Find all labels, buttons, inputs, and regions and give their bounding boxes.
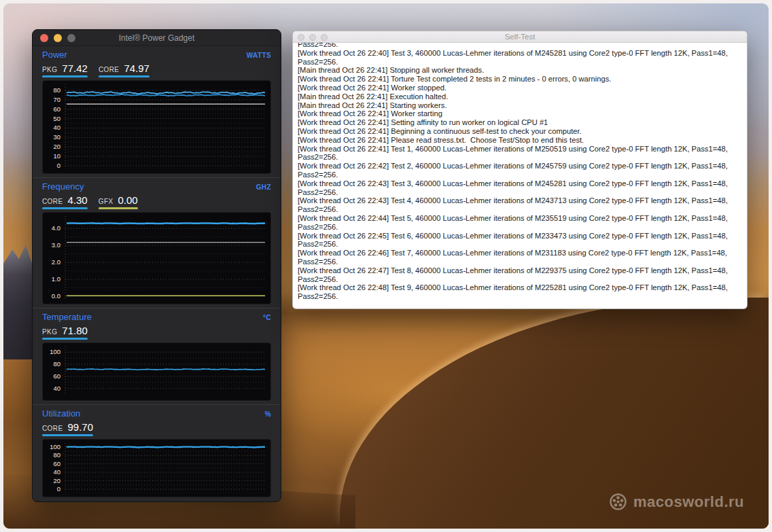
- zoom-button-disabled: [67, 34, 75, 42]
- power-gadget-titlebar[interactable]: Intel® Power Gadget: [33, 30, 281, 46]
- window-title: Self-Test: [505, 33, 536, 41]
- self-test-log[interactable]: Pass2=256.[Work thread Oct 26 22:40] Tes…: [293, 43, 747, 308]
- log-line: [Work thread Oct 26 22:48] Test 9, 46000…: [298, 283, 742, 292]
- section-frequency-label: Frequency: [42, 181, 84, 192]
- close-button[interactable]: [40, 34, 48, 42]
- log-line: [Work thread Oct 26 22:40] Test 3, 46000…: [298, 49, 742, 58]
- frequency-chart: 4.03.02.01.00.0: [42, 212, 271, 304]
- log-line: Pass2=256.: [298, 258, 742, 266]
- svg-text:40: 40: [53, 384, 60, 391]
- svg-text:0: 0: [57, 485, 60, 493]
- log-line: Pass2=256.: [298, 188, 742, 197]
- metric-value: 99.70: [68, 421, 94, 433]
- close-button-inactive[interactable]: [298, 34, 304, 41]
- svg-text:50: 50: [53, 115, 60, 122]
- log-line: [Work thread Oct 26 22:41] Please read s…: [298, 136, 742, 145]
- log-line: [Work thread Oct 26 22:41] Setting affin…: [298, 118, 742, 127]
- zoom-button-inactive[interactable]: [321, 34, 328, 41]
- minimize-button[interactable]: [54, 34, 62, 42]
- watermark: macosworld.ru: [609, 493, 744, 511]
- section-utilization: Utilization % CORE 99.70 100806040200: [33, 404, 281, 501]
- svg-text:70: 70: [53, 96, 60, 103]
- log-line: Pass2=256.: [298, 275, 742, 284]
- metric-underline: [42, 207, 88, 209]
- metric-label: CORE: [42, 425, 63, 432]
- svg-text:60: 60: [53, 105, 60, 113]
- metric-value: 4.30: [68, 194, 88, 206]
- section-temperature-unit: °C: [263, 314, 271, 321]
- section-power-unit: WATTS: [247, 52, 271, 59]
- chart-canvas: 100806040200: [43, 440, 270, 497]
- window-title: Intel® Power Gadget: [119, 33, 195, 43]
- log-line: [Work thread Oct 26 22:44] Test 5, 46000…: [298, 214, 742, 223]
- log-line: [Work thread Oct 26 22:41] Beginning a c…: [298, 127, 742, 136]
- self-test-titlebar[interactable]: Self-Test: [293, 31, 747, 43]
- svg-text:80: 80: [53, 451, 60, 459]
- log-line: Pass2=256.: [298, 171, 742, 179]
- log-line: [Work thread Oct 26 22:46] Test 7, 46000…: [298, 249, 742, 258]
- chart-canvas: 4.03.02.01.00.0: [43, 213, 270, 304]
- log-line: [Work thread Oct 26 22:43] Test 3, 46000…: [298, 179, 742, 188]
- log-line: [Work thread Oct 26 22:41] Torture Test …: [298, 75, 742, 84]
- section-utilization-unit: %: [265, 410, 271, 418]
- metric-label: GFX: [99, 198, 113, 205]
- log-line: [Work thread Oct 26 22:42] Test 2, 46000…: [298, 162, 742, 171]
- svg-text:0.0: 0.0: [52, 292, 60, 300]
- metric-core-utilization: CORE 99.70: [42, 421, 93, 436]
- metric-value: 0.00: [118, 194, 137, 206]
- section-utilization-label: Utilization: [42, 408, 80, 419]
- metric-core-power: CORE 74.97: [99, 63, 150, 77]
- film-reel-icon: [609, 493, 627, 511]
- log-line: [Main thread Oct 26 22:41] Starting work…: [298, 101, 742, 110]
- svg-text:30: 30: [53, 133, 60, 141]
- svg-text:80: 80: [53, 360, 60, 368]
- svg-text:0: 0: [57, 162, 60, 169]
- metric-underline: [42, 338, 88, 340]
- log-line: Pass2=256.: [298, 240, 742, 249]
- section-frequency-unit: GHZ: [256, 183, 271, 191]
- metric-label: PKG: [42, 328, 57, 336]
- self-test-window: Self-Test Pass2=256.[Work thread Oct 26 …: [292, 31, 748, 309]
- metric-label: PKG: [42, 66, 57, 73]
- metric-pkg-power: PKG 77.42: [42, 63, 88, 77]
- svg-text:20: 20: [53, 143, 60, 150]
- metric-value: 77.42: [62, 63, 88, 74]
- svg-text:100: 100: [50, 348, 60, 355]
- log-line: [Main thread Oct 26 22:41] Execution hal…: [298, 92, 742, 101]
- log-line: [Work thread Oct 26 22:45] Test 6, 46000…: [298, 232, 742, 241]
- log-line: [Work thread Oct 26 22:47] Test 8, 46000…: [298, 266, 742, 275]
- svg-text:4.0: 4.0: [52, 224, 60, 232]
- svg-text:60: 60: [53, 460, 60, 467]
- metric-gfx-frequency: GFX 0.00: [99, 194, 138, 209]
- log-line: [Work thread Oct 26 22:43] Test 4, 46000…: [298, 196, 742, 205]
- metric-core-frequency: CORE 4.30: [42, 194, 88, 209]
- chart-canvas: 100806040: [43, 343, 270, 400]
- log-line: Pass2=256.: [298, 43, 742, 49]
- log-line: [Work thread Oct 26 22:41] Test 1, 46000…: [298, 145, 742, 154]
- temperature-chart: 100806040: [42, 342, 271, 401]
- svg-text:1.0: 1.0: [52, 275, 60, 283]
- svg-text:80: 80: [53, 86, 60, 94]
- svg-text:3.0: 3.0: [52, 241, 60, 249]
- metric-underline: [99, 207, 138, 209]
- traffic-lights: [40, 34, 75, 42]
- desktop-wallpaper: macosworld.ru Intel® Power Gadget Power …: [3, 3, 769, 529]
- metric-label: CORE: [99, 66, 120, 73]
- metric-label: CORE: [42, 198, 63, 205]
- svg-text:100: 100: [50, 443, 60, 450]
- minimize-button-inactive[interactable]: [309, 34, 316, 41]
- metric-underline: [42, 75, 88, 77]
- section-temperature: Temperature °C PKG 71.80 100806040: [33, 308, 281, 405]
- power-gadget-window: Intel® Power Gadget Power WATTS PKG 77.4…: [32, 29, 281, 502]
- log-line: [Main thread Oct 26 22:41] Stopping all …: [298, 66, 742, 75]
- svg-text:40: 40: [53, 124, 60, 131]
- svg-text:20: 20: [53, 477, 60, 484]
- log-line: Pass2=256.: [298, 205, 742, 214]
- section-power: Power WATTS PKG 77.42 CORE 74.9: [33, 46, 281, 177]
- log-line: Pass2=256.: [298, 58, 742, 67]
- log-line: Pass2=256.: [298, 292, 742, 301]
- log-line: [Work thread Oct 26 22:41] Worker stoppe…: [298, 84, 742, 92]
- log-line: Pass2=256.: [298, 153, 742, 162]
- svg-text:2.0: 2.0: [52, 258, 60, 266]
- screenshot-frame: macosworld.ru Intel® Power Gadget Power …: [0, 0, 772, 532]
